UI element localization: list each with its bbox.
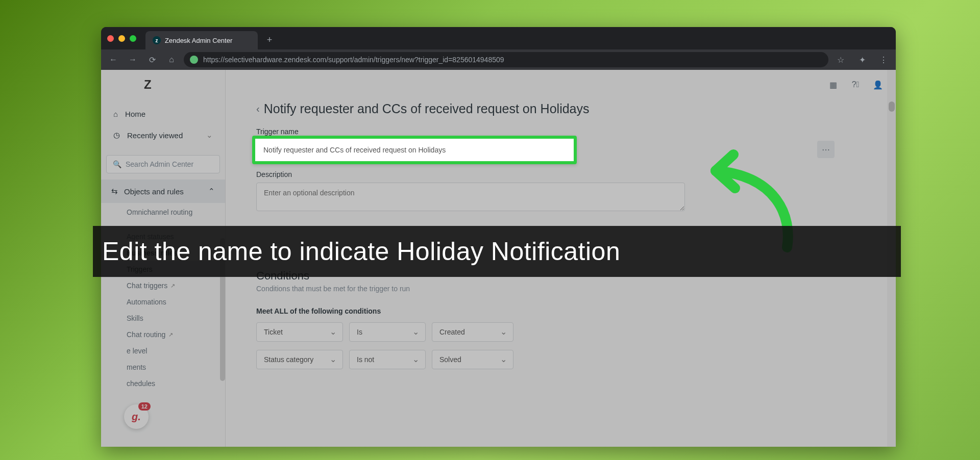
help-icon[interactable]: ?⃝ <box>850 79 861 90</box>
meet-all-label: Meet ALL of the following conditions <box>256 307 865 315</box>
external-link-icon: ↗ <box>168 331 173 338</box>
objects-icon: ⇆ <box>111 187 118 196</box>
more-options-button[interactable]: ⋯ <box>817 141 835 158</box>
home-label: Home <box>125 110 145 118</box>
trigger-name-label: Trigger name <box>256 127 865 136</box>
search-icon: 🔍 <box>113 160 121 168</box>
description-input[interactable] <box>256 183 685 211</box>
chevron-down-icon: ⌄ <box>206 131 213 140</box>
cond2-value-select[interactable]: Solved <box>432 350 513 369</box>
maximize-window-button[interactable] <box>130 35 136 42</box>
trigger-name-input[interactable] <box>261 142 566 158</box>
address-bar: ← → ⟳ ⌂ https://selectivehardware.zendes… <box>101 49 896 70</box>
instruction-text: Edit the name to indicate Holiday Notifi… <box>102 237 620 266</box>
description-label: Description <box>256 170 865 178</box>
subitem-service-level-b[interactable]: ments <box>101 359 225 375</box>
sidebar-section-objects-rules[interactable]: ⇆ Objects and rules ⌃ <box>101 180 225 203</box>
new-tab-button[interactable]: + <box>262 32 277 47</box>
trigger-name-highlight-wrap <box>256 140 573 160</box>
external-link-icon: ↗ <box>170 283 175 289</box>
subitem-skills[interactable]: Skills <box>101 310 225 326</box>
window-controls <box>107 35 136 42</box>
extensions-icon[interactable]: ✦ <box>855 53 869 67</box>
grammarly-icon: g. <box>132 411 141 423</box>
apps-grid-icon[interactable]: ▦ <box>827 79 839 90</box>
conditions-subtitle: Conditions that must be met for the trig… <box>256 285 865 293</box>
url-input[interactable]: https://selectivehardware.zendesk.com/su… <box>184 52 828 67</box>
logo-area: Z <box>101 70 225 99</box>
search-placeholder: Search Admin Center <box>126 160 193 168</box>
reload-button[interactable]: ⟳ <box>145 53 159 67</box>
search-input[interactable]: 🔍 Search Admin Center <box>106 155 220 173</box>
subitem-automations[interactable]: Automations <box>101 294 225 310</box>
cond1-operator-select[interactable]: Is <box>349 322 426 342</box>
top-bar: ▦ ?⃝ 👤 <box>226 70 896 99</box>
minimize-window-button[interactable] <box>118 35 125 42</box>
tab-bar: z Zendesk Admin Center + <box>101 27 896 49</box>
sidebar-item-recent[interactable]: ◷ Recently viewed ⌄ <box>101 124 225 146</box>
page-title: Notify requester and CCs of received req… <box>264 101 590 116</box>
subitem-omnichannel[interactable]: Omnichannel routing <box>101 204 225 220</box>
forward-button[interactable]: → <box>126 53 140 67</box>
condition-row-2: Status category Is not Solved <box>256 350 865 369</box>
bookmark-star-icon[interactable]: ☆ <box>834 53 848 67</box>
home-button[interactable]: ⌂ <box>164 53 179 67</box>
outer-scrollbar-thumb[interactable] <box>889 101 895 112</box>
section-label: Objects and rules <box>124 187 184 196</box>
close-window-button[interactable] <box>107 35 114 42</box>
recent-label: Recently viewed <box>127 131 183 140</box>
subitem-schedules[interactable]: chedules <box>101 375 225 392</box>
subitem-service-level-a[interactable]: e level <box>101 343 225 359</box>
tab-title: Zendesk Admin Center <box>165 37 232 44</box>
profile-icon[interactable]: 👤 <box>872 79 884 90</box>
zendesk-logo: Z <box>144 78 152 92</box>
browser-menu-icon[interactable]: ⋮ <box>876 53 891 67</box>
sidebar-search: 🔍 Search Admin Center <box>106 155 220 173</box>
cond1-field-select[interactable]: Ticket <box>256 322 343 342</box>
cond2-field-select[interactable]: Status category <box>256 350 343 369</box>
home-icon: ⌂ <box>113 110 118 118</box>
condition-row-1: Ticket Is Created <box>256 322 865 342</box>
site-lock-icon <box>190 56 198 64</box>
instruction-overlay: Edit the name to indicate Holiday Notifi… <box>93 226 901 277</box>
subitem-chat-triggers[interactable]: Chat triggers↗ <box>101 277 225 294</box>
back-button[interactable]: ← <box>106 53 120 67</box>
clock-icon: ◷ <box>113 131 120 140</box>
cond2-operator-select[interactable]: Is not <box>349 350 426 369</box>
back-chevron-icon[interactable]: ‹ <box>256 103 260 115</box>
chevron-up-icon: ⌃ <box>208 187 215 196</box>
tab-favicon-icon: z <box>153 36 161 44</box>
grammarly-badge[interactable]: g. <box>124 404 149 429</box>
breadcrumb: ‹ Notify requester and CCs of received r… <box>256 101 865 116</box>
browser-tab[interactable]: z Zendesk Admin Center <box>145 31 258 49</box>
cond1-value-select[interactable]: Created <box>432 322 513 342</box>
url-text: https://selectivehardware.zendesk.com/su… <box>203 56 504 64</box>
subitem-chat-routing[interactable]: Chat routing↗ <box>101 326 225 343</box>
sidebar-item-home[interactable]: ⌂ Home <box>101 104 225 124</box>
